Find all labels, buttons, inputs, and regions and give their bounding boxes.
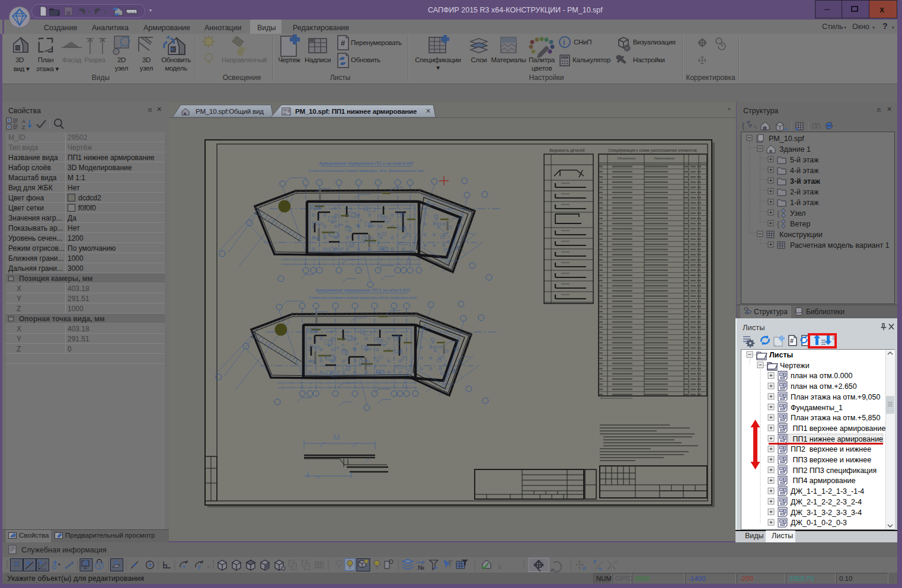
svg-text:Ведомость деталей: Ведомость деталей (549, 148, 585, 153)
svg-text:{: { (777, 209, 780, 218)
svg-text:{: { (742, 122, 744, 130)
svg-text:{: { (777, 219, 780, 228)
svg-text:Армирование перекрытия ПП-1 на: Армирование перекрытия ПП-1 на отм.6,600 (315, 287, 410, 293)
svg-text:1-1: 1-1 (334, 433, 340, 439)
svg-text:Z: Z (22, 124, 25, 130)
svg-text:Схема расположения нижней арма: Схема расположения нижней арматуры. Фон:… (308, 168, 425, 172)
svg-text:i: i (563, 38, 565, 47)
svg-text:x: x (183, 564, 185, 570)
svg-text:#: # (790, 337, 794, 344)
svg-text:A: A (22, 119, 25, 124)
svg-text:Обозначение: Обозначение (618, 156, 636, 160)
svg-text:#: # (341, 39, 346, 47)
svg-text:Спецификация к схеме расположе: Спецификация к схеме расположения элемен… (608, 148, 697, 153)
svg-text:Армирование перекрытия ПП-1 на: Армирование перекрытия ПП-1 на отм.6,600 (318, 161, 414, 166)
svg-text:Схема расположения нижней арма: Схема расположения нижней арматуры вдоль… (309, 295, 417, 299)
svg-text:y: y (198, 564, 201, 570)
svg-text:Наименование: Наименование (654, 156, 675, 160)
